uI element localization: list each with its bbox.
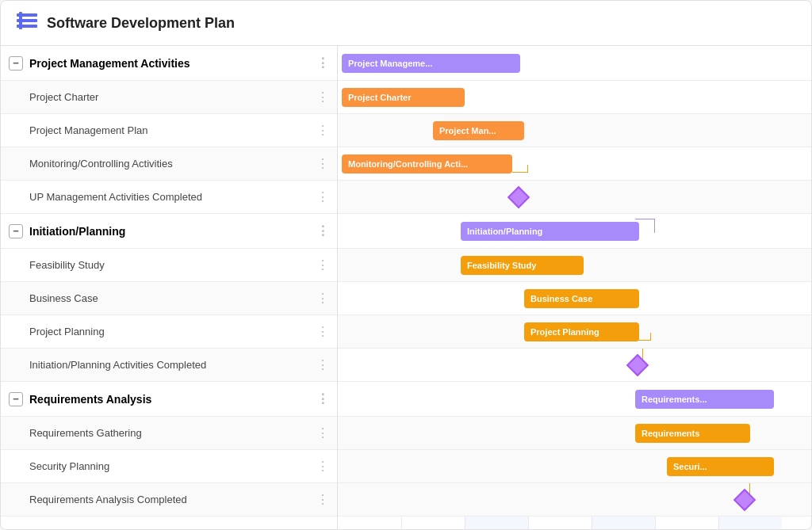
milestone-ipa xyxy=(626,353,649,376)
app-container: Software Development Plan − Project Mana… xyxy=(0,0,812,530)
dots-rg[interactable]: ⋮ xyxy=(313,425,337,440)
task-row-ipa: Initiation/Planning Activities Completed… xyxy=(1,349,337,382)
bar-bc[interactable]: Business Case xyxy=(524,289,639,308)
dots-mca[interactable]: ⋮ xyxy=(313,156,337,171)
gantt-row-pp: Project Planning xyxy=(338,315,811,349)
svg-rect-4 xyxy=(19,17,22,24)
page-title: Software Development Plan xyxy=(47,15,235,32)
group-row-pm: − Project Management Activities ⋮ xyxy=(1,46,337,81)
dots-upm[interactable]: ⋮ xyxy=(313,189,337,204)
group-label-pm: − Project Management Activities xyxy=(1,56,313,71)
main-content: − Project Management Activities ⋮ Projec… xyxy=(1,46,811,529)
task-label-sp: Security Planning xyxy=(1,460,313,472)
task-row-bc: Business Case ⋮ xyxy=(1,282,337,315)
gantt-row-sp: Securi... xyxy=(338,450,811,483)
group-label-ra: − Requirements Analysis xyxy=(1,392,313,406)
task-list: − Project Management Activities ⋮ Projec… xyxy=(1,46,338,529)
dots-pp[interactable]: ⋮ xyxy=(313,324,337,339)
bar-mca[interactable]: Monitoring/Controlling Acti... xyxy=(342,154,512,173)
bar-pp[interactable]: Project Planning xyxy=(524,322,639,341)
task-label-pmp: Project Management Plan xyxy=(1,124,313,136)
dots-rac[interactable]: ⋮ xyxy=(313,492,337,507)
task-label-bc: Business Case xyxy=(1,292,313,304)
bar-pc[interactable]: Project Charter xyxy=(342,88,465,107)
dots-bc[interactable]: ⋮ xyxy=(313,291,337,306)
bar-ip-group[interactable]: Initiation/Planning xyxy=(461,222,639,241)
task-row-pmp: Project Management Plan ⋮ xyxy=(1,114,337,147)
gantt-row-mca: Monitoring/Controlling Acti... xyxy=(338,147,811,181)
gantt-row-ipa xyxy=(338,349,811,382)
dots-ip[interactable]: ⋮ xyxy=(313,223,337,238)
collapse-btn-ip[interactable]: − xyxy=(9,224,23,238)
gantt-row-pc: Project Charter xyxy=(338,81,811,114)
svg-rect-3 xyxy=(19,12,22,18)
gantt-row-rg: Requirements xyxy=(338,417,811,450)
header-icon xyxy=(17,12,37,34)
dots-fs[interactable]: ⋮ xyxy=(313,257,337,273)
gantt-row-pm-group: Project Manageme... xyxy=(338,46,811,81)
task-label-pc: Project Charter xyxy=(1,91,313,103)
group-label-ip: − Initiation/Planning xyxy=(1,224,313,238)
task-row-rac: Requirements Analysis Completed ⋮ xyxy=(1,483,337,517)
gantt-row-ra-group: Requirements... xyxy=(338,382,811,417)
svg-rect-5 xyxy=(19,23,22,29)
gantt-scroll: Project Manageme... Project Charter Proj… xyxy=(338,46,811,529)
task-label-mca: Monitoring/Controlling Activities xyxy=(1,158,313,170)
gantt-row-fs: Feasibility Study xyxy=(338,249,811,282)
gantt-row-bc: Business Case xyxy=(338,282,811,315)
task-label-pp: Project Planning xyxy=(1,326,313,337)
bar-rg[interactable]: Requirements xyxy=(635,424,750,443)
milestone-rac xyxy=(733,488,756,510)
task-row-mca: Monitoring/Controlling Activities ⋮ xyxy=(1,147,337,181)
task-row-fs: Feasibility Study ⋮ xyxy=(1,249,337,282)
dots-sp[interactable]: ⋮ xyxy=(313,459,337,474)
dots-pc[interactable]: ⋮ xyxy=(313,90,337,105)
dots-pmp[interactable]: ⋮ xyxy=(313,123,337,138)
collapse-btn-ra[interactable]: − xyxy=(9,392,23,406)
group-row-ip: − Initiation/Planning ⋮ xyxy=(1,214,337,249)
bar-pmp[interactable]: Project Man... xyxy=(433,121,524,140)
task-label-rg: Requirements Gathering xyxy=(1,427,313,439)
task-row-pc: Project Charter ⋮ xyxy=(1,81,337,114)
milestone-upm xyxy=(508,185,530,208)
dots-pm[interactable]: ⋮ xyxy=(313,55,337,71)
bar-ra-group[interactable]: Requirements... xyxy=(635,390,774,409)
header: Software Development Plan xyxy=(1,1,811,46)
bar-sp[interactable]: Securi... xyxy=(667,457,774,476)
bar-pm-group[interactable]: Project Manageme... xyxy=(342,54,520,73)
task-row-sp: Security Planning ⋮ xyxy=(1,450,337,483)
dots-ipa[interactable]: ⋮ xyxy=(313,357,337,372)
dots-ra[interactable]: ⋮ xyxy=(313,391,337,406)
gantt-area: Project Manageme... Project Charter Proj… xyxy=(338,46,811,529)
task-label-ipa: Initiation/Planning Activities Completed xyxy=(1,359,313,371)
task-label-upm: UP Management Activities Completed xyxy=(1,191,313,203)
gantt-row-pmp: Project Man... xyxy=(338,114,811,147)
group-row-ra: − Requirements Analysis ⋮ xyxy=(1,382,337,417)
gantt-row-rac xyxy=(338,483,811,517)
task-label-fs: Feasibility Study xyxy=(1,259,313,271)
gantt-row-ip-group: Initiation/Planning xyxy=(338,214,811,249)
task-row-pp: Project Planning ⋮ xyxy=(1,315,337,349)
task-row-upm: UP Management Activities Completed ⋮ xyxy=(1,181,337,214)
task-label-rac: Requirements Analysis Completed xyxy=(1,494,313,505)
gantt-row-upm xyxy=(338,181,811,214)
task-row-rg: Requirements Gathering ⋮ xyxy=(1,417,337,450)
collapse-btn-pm[interactable]: − xyxy=(9,56,23,71)
bar-fs[interactable]: Feasibility Study xyxy=(461,256,584,275)
